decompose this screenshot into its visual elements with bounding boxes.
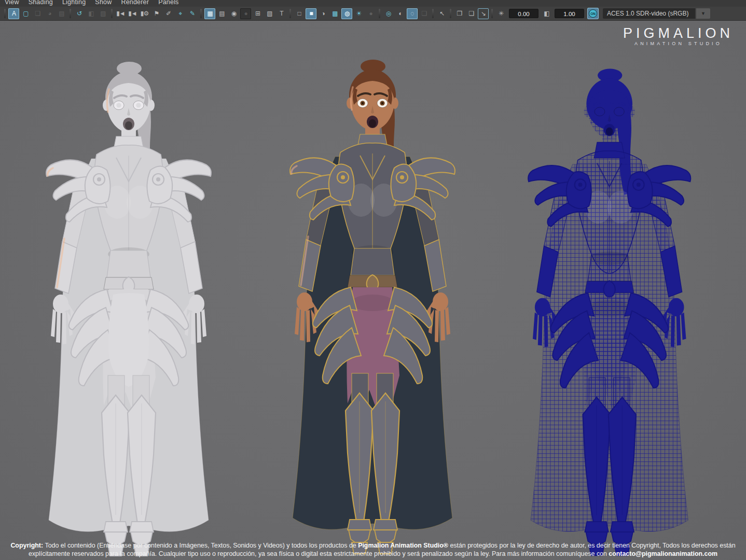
cube-display-icon[interactable]: ▧ [98, 8, 108, 19]
toolbar-separator [491, 9, 493, 18]
exposure-field[interactable]: 0.00 [509, 9, 538, 18]
checker-sphere-icon[interactable]: ◍ [341, 8, 352, 19]
copy-view-icon[interactable]: ❏ [466, 8, 477, 19]
maya-3d-viewport[interactable]: PIGMALION ANIMATION STUDIO Copyright: To… [0, 21, 746, 560]
overlap-select-icon[interactable]: ❏ [32, 8, 43, 19]
toolbar-separator [4, 9, 6, 18]
lighting-bulb-icon[interactable]: ☀ [353, 8, 364, 19]
wireframe-render-model[interactable] [528, 69, 690, 556]
resolution-gate-icon[interactable]: ◉ [228, 8, 239, 19]
xray-toggle-icon[interactable]: ◌ [407, 8, 418, 19]
toolbar-separator [70, 9, 71, 18]
textured-cube-icon[interactable]: ▩ [329, 8, 340, 19]
pencil-tool-icon[interactable]: ✎ [187, 8, 198, 19]
isolate-select-icon[interactable]: ↘ [478, 8, 489, 19]
clay-render-model[interactable] [46, 62, 211, 556]
studio-logo-title: PIGMALION [623, 26, 734, 40]
motion-blur-icon[interactable]: ◐ [395, 8, 406, 19]
material-sphere-icon[interactable]: ◑ [317, 8, 328, 19]
select-tool-icon[interactable]: ↖ [436, 8, 447, 19]
menu-view[interactable]: View [0, 0, 24, 7]
shaded-cube-icon[interactable]: ■ [306, 8, 316, 19]
film-gate-icon[interactable]: ▤ [216, 8, 227, 19]
camera-lock-icon[interactable]: ▮◄ [127, 8, 138, 19]
gate-mask-icon[interactable]: ● [240, 8, 251, 19]
toolbar-separator [432, 9, 434, 18]
menu-panels[interactable]: Panels [154, 0, 183, 7]
menu-show[interactable]: Show [90, 0, 116, 7]
viewport-toolbar[interactable]: A▢❏◕▤↺◧▧▮◄▮◄▮⚙⚑✐⌖✎▦▤◉●⊞▧T□■◑▩◍☀●◎◐◌❏↖❐❏↘… [0, 7, 746, 21]
menu-shading[interactable]: Shading [24, 0, 58, 7]
marquee-select-icon[interactable]: ▢ [20, 8, 31, 19]
gamma-field[interactable]: 1.00 [555, 9, 584, 18]
toolbar-separator [200, 9, 202, 18]
textured-render-model[interactable] [290, 60, 455, 554]
camera-icon[interactable]: ▮◄ [115, 8, 126, 19]
image-plane-icon[interactable]: ▧ [264, 8, 275, 19]
bookmark-icon[interactable]: ⚑ [151, 8, 162, 19]
toolbar-separator [450, 9, 451, 18]
backface-icon[interactable]: ❏ [419, 8, 430, 19]
toolbar-separator [379, 9, 380, 18]
character-turnaround-render [0, 21, 746, 560]
viewport-menu-bar[interactable]: ViewShadingLightingShowRendererPanels [0, 0, 746, 7]
copyright-line-1: Copyright: Todo el contenido (Entiéndase… [0, 542, 746, 550]
hud-text-icon[interactable]: T [276, 8, 287, 19]
sculpt-brush-icon[interactable]: ✐ [163, 8, 174, 19]
shadows-sphere-icon[interactable]: ● [365, 8, 376, 19]
on-toggle-icon: ON [589, 9, 597, 18]
toolbar-separator [289, 9, 291, 18]
split-view-icon[interactable]: ◧ [86, 8, 96, 19]
menu-lighting[interactable]: Lighting [58, 0, 90, 7]
paint-select-icon[interactable]: ◕ [44, 8, 55, 19]
toolbar-separator [111, 9, 113, 18]
grid-toggle-icon[interactable]: ▦ [204, 8, 215, 19]
motion-trail-icon[interactable]: ↺ [74, 8, 85, 19]
studio-logo-subtitle: ANIMATION STUDIO [623, 41, 734, 46]
zoom-region-icon[interactable]: ⌖ [175, 8, 186, 19]
colorspace-dropdown[interactable]: ACES 1.0 SDR-video (sRGB)▼ [603, 8, 710, 19]
image-select-icon[interactable]: ▤ [56, 8, 67, 19]
colorspace-dropdown-arrow-icon[interactable]: ▼ [696, 8, 710, 19]
menu-renderer[interactable]: Renderer [116, 0, 154, 7]
selection-mask-button[interactable]: A [8, 8, 19, 19]
exposure-icon[interactable]: ✳ [495, 8, 506, 19]
contrast-icon[interactable]: ◧ [541, 8, 552, 19]
color-management-toggle[interactable]: ON [587, 8, 599, 19]
camera-settings-icon[interactable]: ▮⚙ [139, 8, 150, 19]
duplicate-view-icon[interactable]: ❐ [454, 8, 465, 19]
field-chart-icon[interactable]: ⊞ [252, 8, 263, 19]
studio-logo: PIGMALION ANIMATION STUDIO [623, 26, 734, 46]
occlusion-spheres-icon[interactable]: ◎ [383, 8, 394, 19]
wireframe-cube-icon[interactable]: □ [294, 8, 305, 19]
copyright-line-2: explícitamente reservados para la compañ… [0, 550, 746, 558]
copyright-notice: Copyright: Todo el contenido (Entiéndase… [0, 542, 746, 558]
colorspace-value[interactable]: ACES 1.0 SDR-video (sRGB) [603, 8, 695, 19]
